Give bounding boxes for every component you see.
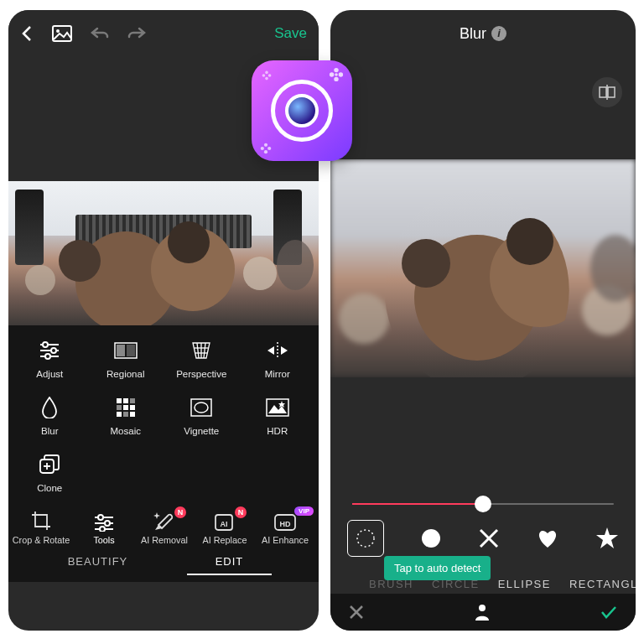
blur-title: Blur xyxy=(460,25,486,43)
tool-hdr[interactable]: HDR xyxy=(240,394,316,436)
back-icon[interactable] xyxy=(20,25,34,42)
blur-footer xyxy=(330,594,636,631)
svg-rect-22 xyxy=(117,405,122,410)
shape-star[interactable] xyxy=(595,527,619,550)
svg-point-3 xyxy=(43,342,48,347)
svg-rect-26 xyxy=(123,412,128,417)
svg-rect-49 xyxy=(608,87,615,97)
tool-vignette[interactable]: Vignette xyxy=(164,394,240,436)
svg-rect-23 xyxy=(123,405,128,410)
mode-brush[interactable]: BRUSH xyxy=(369,578,413,590)
cancel-icon[interactable] xyxy=(349,605,364,620)
blur-canvas[interactable] xyxy=(330,159,636,377)
hdr-icon xyxy=(264,394,291,421)
svg-point-70 xyxy=(265,77,268,80)
image-icon[interactable] xyxy=(52,25,72,42)
blur-modes: BRUSH CIRCLE ELLIPSE RECTANGLE xyxy=(330,578,636,590)
tool-label: HDR xyxy=(267,426,288,436)
svg-text:HD: HD xyxy=(280,520,291,528)
tool-label: Mosaic xyxy=(111,426,141,436)
svg-text:AI: AI xyxy=(221,520,228,528)
svg-point-63 xyxy=(335,73,338,76)
save-button[interactable]: Save xyxy=(274,25,307,42)
shape-circle[interactable] xyxy=(420,527,442,549)
tool-label: Mirror xyxy=(265,369,290,379)
new-badge: N xyxy=(235,506,247,518)
svg-point-67 xyxy=(261,147,264,150)
svg-point-61 xyxy=(334,77,338,81)
mosaic-icon xyxy=(112,394,139,421)
auto-detect-tooltip[interactable]: Tap to auto detect xyxy=(384,556,491,580)
bottom-ai-replace[interactable]: N AI AI Replace xyxy=(195,512,255,545)
shape-cross[interactable] xyxy=(478,527,500,549)
svg-point-51 xyxy=(357,530,374,547)
compare-icon[interactable] xyxy=(592,77,622,107)
svg-point-68 xyxy=(265,71,268,75)
tool-adjust[interactable]: Adjust xyxy=(12,337,88,379)
confirm-icon[interactable] xyxy=(600,605,617,619)
redo-icon[interactable] xyxy=(127,26,146,41)
shape-heart[interactable] xyxy=(536,527,559,549)
tool-clone[interactable]: Clone xyxy=(12,451,88,493)
svg-point-29 xyxy=(195,402,208,413)
bottom-ai-enhance[interactable]: HD AI Enhance xyxy=(255,513,315,545)
tool-blur[interactable]: Blur xyxy=(12,394,88,436)
tab-beautify[interactable]: BEAUTIFY xyxy=(32,555,164,568)
bottom-label: Tools xyxy=(93,535,114,545)
mode-circle[interactable]: CIRCLE xyxy=(432,578,480,590)
svg-rect-48 xyxy=(600,87,606,97)
svg-point-58 xyxy=(479,605,486,611)
blur-screen: Blur i xyxy=(330,10,636,631)
svg-rect-20 xyxy=(123,398,128,403)
sliders-icon xyxy=(36,337,63,364)
bottom-label: Crop & Rotate xyxy=(13,535,70,545)
edit-canvas[interactable] xyxy=(8,181,319,325)
svg-point-39 xyxy=(105,521,110,526)
shape-detect[interactable] xyxy=(347,520,384,557)
clone-icon xyxy=(36,451,63,478)
mirror-icon xyxy=(264,337,291,364)
svg-point-65 xyxy=(267,147,271,150)
bottom-ai-removal[interactable]: N AI Removal xyxy=(134,512,195,545)
svg-rect-9 xyxy=(117,345,125,356)
svg-rect-19 xyxy=(117,398,122,403)
svg-rect-27 xyxy=(130,412,135,417)
svg-point-5 xyxy=(51,348,56,353)
svg-point-64 xyxy=(264,143,267,147)
tool-perspective[interactable]: Perspective xyxy=(164,337,240,379)
svg-rect-10 xyxy=(127,345,135,356)
svg-point-41 xyxy=(100,527,105,532)
vignette-icon xyxy=(188,394,215,421)
person-icon[interactable] xyxy=(475,604,490,621)
tools-grid: Adjust Regional Perspective Mirror Blur xyxy=(8,325,319,498)
bottom-effects[interactable]: Effe xyxy=(315,513,319,545)
svg-marker-31 xyxy=(268,405,287,413)
blur-strength-slider[interactable] xyxy=(352,503,614,505)
slider-knob[interactable] xyxy=(475,496,491,512)
tool-label: Vignette xyxy=(184,426,219,436)
svg-marker-18 xyxy=(281,346,288,355)
info-icon[interactable]: i xyxy=(491,26,506,41)
tool-mosaic[interactable]: Mosaic xyxy=(88,394,164,436)
svg-marker-42 xyxy=(153,512,160,519)
svg-line-13 xyxy=(204,343,205,358)
mode-rectangle[interactable]: RECTANGLE xyxy=(569,578,636,590)
bottom-crop-rotate[interactable]: Crop & Rotate xyxy=(8,510,74,545)
svg-point-60 xyxy=(339,72,343,76)
blur-slider-zone xyxy=(330,503,636,505)
blur-header: Blur i xyxy=(330,10,636,57)
svg-point-71 xyxy=(262,74,266,77)
tool-label: Blur xyxy=(41,426,58,436)
drop-icon xyxy=(36,394,63,421)
bottom-tools[interactable]: Tools xyxy=(74,513,134,545)
tool-mirror[interactable]: Mirror xyxy=(240,337,316,379)
tool-regional[interactable]: Regional xyxy=(88,337,164,379)
svg-marker-17 xyxy=(267,346,274,355)
tool-label: Perspective xyxy=(176,369,226,379)
tab-edit[interactable]: EDIT xyxy=(164,555,295,568)
blur-shapes xyxy=(330,520,636,557)
svg-point-59 xyxy=(334,68,338,72)
mode-ellipse[interactable]: ELLIPSE xyxy=(498,578,551,590)
undo-icon[interactable] xyxy=(91,26,109,41)
svg-point-7 xyxy=(45,354,50,359)
